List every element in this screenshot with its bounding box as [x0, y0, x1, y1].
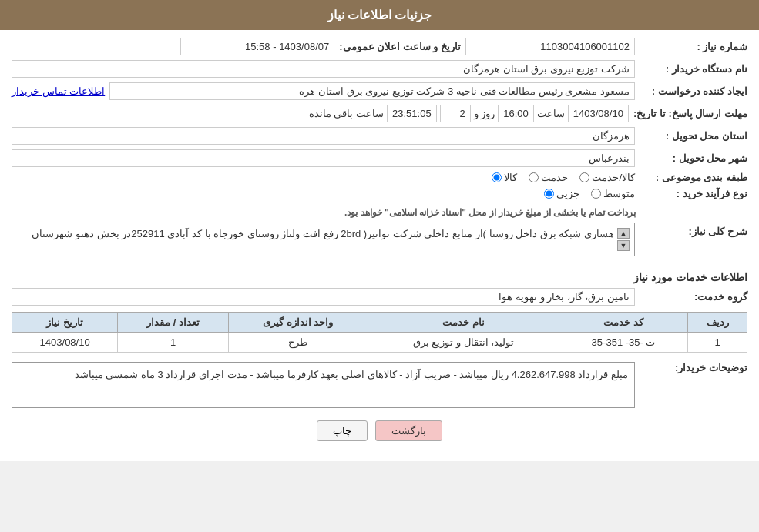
announce-value: 1403/08/07 - 15:58 — [180, 38, 334, 55]
table-cell-name: تولید، انتقال و توزیع برق — [368, 333, 559, 353]
table-cell-code: ت -35- 351-35 — [559, 333, 688, 353]
buyer-name-value: شرکت توزیع نیروی برق استان هرمزگان — [12, 60, 635, 78]
page-title: جزئیات اطلاعات نیاز — [327, 8, 432, 22]
requester-label: ایجاد کننده درخواست : — [640, 85, 747, 97]
category-kala-khadamat-label: کالا/خدمت — [592, 172, 635, 183]
services-table: ردیف کد خدمت نام خدمت واحد اندازه گیری ت… — [12, 312, 747, 353]
category-khadamat-label: خدمت — [541, 172, 568, 183]
category-khadamat-radio[interactable] — [529, 172, 539, 182]
print-button[interactable]: چاپ — [317, 420, 368, 441]
deadline-time-label: ساعت — [537, 108, 565, 119]
back-button[interactable]: بازگشت — [375, 420, 442, 441]
category-radio-group: کالا/خدمت خدمت کالا — [492, 172, 635, 183]
description-text: هسازی شبکه برق داخل روستا )از منابع داخل… — [17, 228, 614, 239]
purchase-type-label: نوع فرآیند خرید : — [640, 188, 747, 199]
deadline-date: 1403/08/10 — [568, 105, 629, 122]
requester-value: مسعود مشعری رئیس مطالعات فنی ناحیه 3 شرک… — [109, 82, 635, 100]
deadline-remaining: 23:51:05 — [387, 105, 437, 122]
deadline-time: 16:00 — [498, 105, 534, 122]
col-header-unit: واحد اندازه گیری — [228, 313, 368, 333]
purchase-jozii-label: جزیی — [556, 188, 579, 199]
province-label: استان محل تحویل : — [640, 130, 747, 142]
scroll-up-btn[interactable]: ▲ — [617, 228, 630, 239]
need-number-value: 1103004106001102 — [465, 38, 635, 55]
notes-value: مبلغ قرارداد 4.262.647.998 ریال میباشد -… — [12, 362, 635, 408]
col-header-code: کد خدمت — [559, 313, 688, 333]
services-section-title: اطلاعات خدمات مورد نیاز — [12, 271, 747, 283]
scroll-down-btn[interactable]: ▼ — [617, 240, 630, 251]
table-cell-unit: طرح — [228, 333, 368, 353]
purchase-type-radio-group: متوسط جزیی — [544, 188, 635, 199]
service-group-label: گروه خدمت: — [640, 291, 747, 303]
col-header-count: تعداد / مقدار — [118, 313, 229, 333]
category-label: طبقه بندی موضوعی : — [640, 172, 747, 183]
description-label: شرح کلی نیاز: — [640, 223, 747, 237]
table-cell-row: 1 — [688, 333, 747, 353]
deadline-remaining-label: ساعت باقی مانده — [309, 108, 384, 119]
deadline-day-label: روز و — [474, 108, 495, 119]
category-kala-radio[interactable] — [492, 172, 502, 182]
footer-buttons: بازگشت چاپ — [12, 420, 747, 441]
category-kala-item: کالا — [492, 172, 517, 183]
announce-label: تاریخ و ساعت اعلان عمومی: — [339, 41, 461, 52]
category-khadamat-item: خدمت — [529, 172, 568, 183]
requester-link[interactable]: اطلاعات تماس خریدار — [12, 85, 105, 97]
city-label: شهر محل تحویل : — [640, 152, 747, 164]
category-kala-label: کالا — [504, 172, 517, 183]
col-header-date: تاریخ نیاز — [12, 313, 118, 333]
purchase-jozii-radio[interactable] — [544, 189, 554, 199]
city-value: بندرعباس — [12, 149, 635, 167]
category-kala-khadamat-radio[interactable] — [579, 172, 589, 182]
purchase-motavasset-label: متوسط — [603, 188, 635, 199]
scroll-arrows[interactable]: ▲ ▼ — [617, 228, 630, 251]
deadline-label: مهلت ارسال پاسخ: تا تاریخ: — [633, 108, 747, 119]
purchase-jozii-item: جزیی — [544, 188, 579, 199]
notes-label: توضیحات خریدار: — [640, 359, 747, 373]
buyer-name-label: نام دستگاه خریدار : — [640, 63, 747, 75]
col-header-row: ردیف — [688, 313, 747, 333]
category-kala-khadamat-item: کالا/خدمت — [579, 172, 635, 183]
purchase-motavasset-radio[interactable] — [591, 189, 601, 199]
province-value: هرمزگان — [12, 127, 635, 145]
table-cell-count: 1 — [118, 333, 229, 353]
service-group-value: تامین برق، گاز، بخار و تهویه هوا — [12, 288, 635, 306]
table-cell-date: 1403/08/10 — [12, 333, 118, 353]
table-row: 1ت -35- 351-35تولید، انتقال و توزیع برقط… — [12, 333, 747, 353]
col-header-name: نام خدمت — [368, 313, 559, 333]
deadline-day: 2 — [440, 105, 471, 122]
description-box: ▲ ▼ هسازی شبکه برق داخل روستا )از منابع … — [12, 223, 635, 256]
need-number-label: شماره نیاز : — [640, 41, 747, 52]
purchase-motavasset-item: متوسط — [591, 188, 635, 199]
page-header: جزئیات اطلاعات نیاز — [0, 0, 759, 30]
purchase-note: پرداخت تمام یا بخشی از مبلغ خریدار از مح… — [344, 207, 636, 218]
